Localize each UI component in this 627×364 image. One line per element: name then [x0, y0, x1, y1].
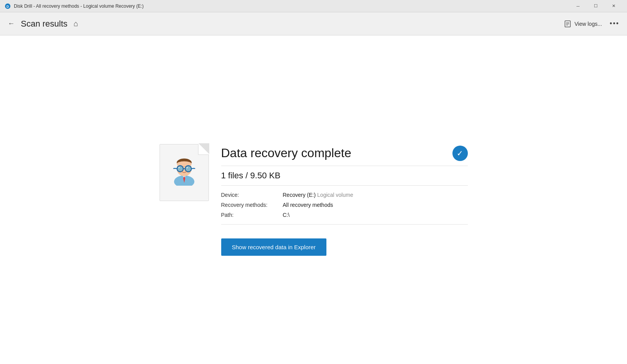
- back-button[interactable]: ←: [6, 18, 16, 29]
- divider-3: [221, 224, 468, 225]
- recovery-title: Data recovery complete: [221, 146, 351, 160]
- file-count: 1 files / 9.50 KB: [221, 171, 468, 181]
- close-button[interactable]: ✕: [605, 0, 622, 12]
- avatar-svg: [167, 152, 201, 186]
- svg-point-17: [178, 167, 180, 168]
- app-icon: D: [5, 3, 11, 9]
- path-label: Path:: [221, 212, 283, 218]
- minimize-button[interactable]: ─: [569, 0, 587, 12]
- toolbar: ← Scan results ⌂ View logs... •••: [0, 12, 627, 35]
- doc-illustration: [160, 144, 209, 201]
- home-button[interactable]: ⌂: [72, 18, 80, 30]
- device-label: Device:: [221, 192, 283, 198]
- recovery-title-row: Data recovery complete ✓: [221, 146, 468, 161]
- window-title: Disk Drill - All recovery methods - Logi…: [14, 3, 144, 9]
- toolbar-left: ← Scan results ⌂: [6, 18, 80, 30]
- main-content: Data recovery complete ✓ 1 files / 9.50 …: [0, 35, 627, 364]
- more-options-button[interactable]: •••: [608, 18, 621, 29]
- checkmark-icon: ✓: [457, 149, 463, 157]
- view-logs-button[interactable]: View logs...: [564, 20, 602, 28]
- svg-point-18: [187, 167, 188, 168]
- title-bar: D Disk Drill - All recovery methods - Lo…: [0, 0, 627, 12]
- toolbar-right: View logs... •••: [564, 18, 621, 29]
- device-secondary: Logical volume: [317, 192, 353, 198]
- avatar-container: [166, 151, 202, 186]
- device-value: Recovery (E:)Logical volume: [283, 192, 468, 198]
- details-table: Device: Recovery (E:)Logical volume Reco…: [221, 192, 468, 218]
- recovery-card: Data recovery complete ✓ 1 files / 9.50 …: [160, 144, 468, 256]
- scan-results-label: Scan results: [21, 19, 67, 29]
- recovery-methods-label: Recovery methods:: [221, 202, 283, 208]
- svg-point-16: [186, 166, 190, 171]
- recovery-methods-value: All recovery methods: [283, 202, 468, 208]
- window-controls: ─ ☐ ✕: [569, 0, 622, 12]
- svg-point-15: [178, 166, 182, 171]
- divider-2: [221, 185, 468, 186]
- title-bar-left: D Disk Drill - All recovery methods - Lo…: [5, 3, 144, 9]
- view-logs-label: View logs...: [575, 21, 602, 27]
- divider-1: [221, 166, 468, 166]
- svg-text:D: D: [7, 5, 9, 8]
- info-panel: Data recovery complete ✓ 1 files / 9.50 …: [221, 144, 468, 256]
- logs-icon: [564, 20, 572, 28]
- path-value: C:\: [283, 212, 468, 218]
- success-indicator: ✓: [452, 146, 468, 161]
- maximize-button[interactable]: ☐: [587, 0, 605, 12]
- show-recovered-data-button[interactable]: Show recovered data in Explorer: [221, 238, 327, 256]
